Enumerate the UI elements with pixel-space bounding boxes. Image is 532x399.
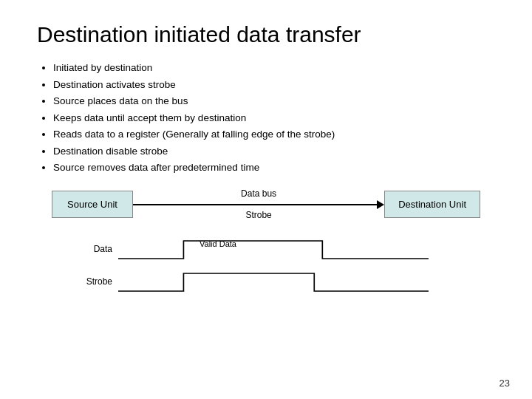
page-number: 23 bbox=[499, 378, 510, 389]
bullet-item: Keeps data until accept them by destinat… bbox=[53, 111, 495, 126]
destination-unit-label: Destination Unit bbox=[398, 199, 466, 210]
unit-row: Source Unit Data bus Strobe Destination … bbox=[52, 188, 480, 220]
slide: Destination initiated data transfer Init… bbox=[0, 0, 532, 399]
bullet-item: Initiated by destination bbox=[53, 61, 495, 75]
data-timing-label: Data bbox=[74, 244, 118, 254]
data-bus-label: Data bus bbox=[241, 188, 276, 199]
source-unit-label: Source Unit bbox=[67, 199, 117, 210]
slide-title: Destination initiated data transfer bbox=[37, 22, 495, 47]
arrow-line bbox=[133, 204, 377, 205]
timing-diagram: Data Valid Data Strobe bbox=[74, 238, 429, 293]
source-unit-box: Source Unit bbox=[52, 191, 133, 218]
diagram: Source Unit Data bus Strobe Destination … bbox=[52, 188, 480, 293]
arrow-head-right-icon bbox=[377, 200, 384, 209]
strobe-label: Strobe bbox=[245, 210, 271, 220]
strobe-timing-row: Strobe bbox=[74, 270, 429, 293]
bullet-item: Source places data on the bus bbox=[53, 94, 495, 109]
bullet-item: Source removes data after predetermined … bbox=[53, 160, 495, 175]
bullet-item: Destination activates strobe bbox=[53, 78, 495, 92]
bullet-list: Initiated by destinationDestination acti… bbox=[37, 61, 495, 175]
strobe-signal bbox=[118, 270, 429, 293]
strobe-signal-svg bbox=[118, 270, 429, 293]
bullet-item: Reads data to a register (Generally at f… bbox=[53, 127, 495, 142]
arrow-center: Data bus Strobe bbox=[133, 188, 384, 220]
data-signal-svg bbox=[118, 238, 429, 260]
valid-data-label: Valid Data bbox=[200, 239, 236, 248]
bullet-item: Destination disable strobe bbox=[53, 144, 495, 159]
data-timing-row: Data Valid Data bbox=[74, 238, 429, 260]
data-signal: Valid Data bbox=[118, 238, 429, 260]
strobe-timing-label: Strobe bbox=[74, 276, 118, 287]
destination-unit-box: Destination Unit bbox=[384, 191, 480, 218]
arrow-row bbox=[133, 200, 384, 209]
